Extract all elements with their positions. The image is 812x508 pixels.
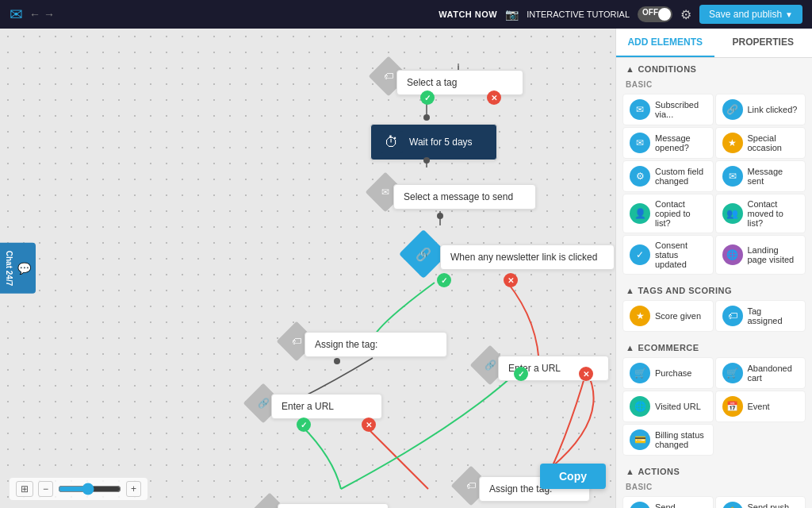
condition-contact-moved[interactable]: 👥 Contact moved to list? — [715, 194, 806, 233]
enter-url2-icon: 🔗 — [485, 360, 496, 371]
actions-grid: ✉ Send message 🔔 Send push notification … — [616, 495, 812, 508]
condition-contact-copied[interactable]: 👤 Contact copied to list? — [622, 194, 714, 233]
contact-moved-label: Contact moved to list? — [748, 199, 799, 228]
condition-billing-status[interactable]: 💳 Billing status changed — [622, 424, 714, 456]
conditions-label: CONDITIONS — [638, 64, 696, 74]
actions-header[interactable]: ▲ ACTIONS — [616, 460, 812, 479]
camera-icon: 📷 — [505, 8, 519, 21]
abandoned-cart-icon: 🛒 — [722, 363, 743, 383]
condition-purchase[interactable]: 🛒 Purchase — [622, 357, 714, 389]
event-label: Event — [748, 402, 770, 411]
action-send-push[interactable]: 🔔 Send push notification — [715, 496, 806, 508]
condition-score-given[interactable]: ★ Score given — [622, 300, 714, 332]
subscribed-label: Subscribed via... — [655, 100, 707, 119]
tab-properties[interactable]: PROPERTIES — [714, 29, 813, 57]
tags-arrow-icon: ▲ — [626, 286, 634, 295]
save-label: Save and publish — [709, 9, 782, 20]
condition-abandoned-cart[interactable]: 🛒 Abandoned cart — [715, 357, 806, 389]
actions-basic-subsection: BASIC — [616, 479, 812, 495]
copy-button[interactable]: Copy — [540, 464, 606, 489]
connector-dot-4 — [334, 358, 340, 364]
condition-tag-assigned[interactable]: 🏷 Tag assigned — [715, 300, 806, 332]
consent-status-label: Consent status updated — [655, 241, 707, 269]
message-sent-icon: ✉ — [722, 166, 743, 187]
custom-field-icon: ⚙ — [630, 166, 650, 187]
conditions-header[interactable]: ▲ CONDITIONS — [616, 58, 812, 77]
select-tag-success-badge: ✓ — [420, 90, 435, 105]
assign-tag1-node[interactable]: Assign the tag: — [304, 332, 447, 357]
select-tag-fail-badge: ✕ — [487, 90, 501, 105]
enter-url1-node[interactable]: Enter a URL — [271, 394, 382, 419]
abandoned-cart-label: Abandoned cart — [748, 364, 799, 383]
actions-arrow-icon: ▲ — [626, 467, 634, 476]
tag-icon: 🏷 — [384, 71, 393, 82]
condition-landing-page[interactable]: 🌐 Landing page visited — [715, 235, 806, 275]
score-given-icon: ★ — [630, 306, 650, 326]
tags-header[interactable]: ▲ TAGS AND SCORING — [616, 279, 812, 298]
conditions-grid: ✉ Subscribed via... 🔗 Link clicked? ✉ Me… — [616, 92, 812, 279]
send-message-label: Send message — [655, 502, 707, 508]
back-button[interactable]: ← — [29, 8, 40, 21]
main-layout: 💬 Chat 24/7 — [0, 29, 812, 508]
forward-button[interactable]: → — [44, 8, 55, 21]
newsletter-node[interactable]: When any newsletter link is clicked — [440, 244, 615, 270]
enter-url2-success-badge: ✓ — [514, 367, 528, 381]
enter-url1-success-badge: ✓ — [297, 418, 311, 432]
watch-now-link[interactable]: WATCH NOW — [439, 10, 497, 19]
special-occasion-icon: ★ — [722, 133, 743, 153]
tags-grid: ★ Score given 🏷 Tag assigned — [616, 298, 812, 337]
condition-custom-field[interactable]: ⚙ Custom field changed — [622, 160, 714, 192]
link-clicked-label: Link clicked? — [748, 105, 798, 114]
chat-tab-label: Chat 24/7 — [5, 251, 13, 286]
tutorial-toggle[interactable]: OFF — [638, 6, 672, 22]
contact-moved-icon: 👥 — [722, 203, 743, 224]
condition-visited-url[interactable]: 🌐 Visited URL — [622, 391, 714, 422]
message-opened-label: Message opened? — [655, 133, 707, 152]
zoom-in-button[interactable]: + — [126, 481, 141, 497]
actions-label: ACTIONS — [638, 467, 680, 476]
condition-special-occasion[interactable]: ★ Special occasion — [715, 127, 806, 159]
fit-view-button[interactable]: ⊞ — [16, 481, 33, 497]
newsletter-label: When any newsletter link is clicked — [450, 252, 597, 263]
conditions-arrow-icon: ▲ — [626, 64, 634, 74]
contact-copied-icon: 👤 — [630, 203, 650, 224]
zoom-out-button[interactable]: − — [38, 481, 53, 497]
ecommerce-header[interactable]: ▲ ECOMMERCE — [616, 337, 812, 356]
chat-icon: 💬 — [18, 262, 31, 275]
assign-tag3-node[interactable]: Assign the tag: — [278, 503, 389, 508]
settings-icon[interactable]: ⚙ — [680, 7, 691, 22]
zoom-slider[interactable] — [58, 483, 121, 495]
nav-buttons: ← → — [29, 8, 55, 21]
workflow-canvas[interactable]: 💬 Chat 24/7 — [0, 29, 615, 508]
save-publish-button[interactable]: Save and publish ▼ — [699, 5, 802, 24]
condition-consent-status[interactable]: ✓ Consent status updated — [622, 235, 714, 275]
billing-status-icon: 💳 — [630, 429, 650, 450]
purchase-icon: 🛒 — [630, 363, 650, 383]
select-tag-node[interactable]: Select a tag — [396, 70, 523, 95]
action-send-message[interactable]: ✉ Send message — [622, 496, 714, 508]
enter-url1-icon: 🔗 — [258, 398, 270, 409]
visited-url-label: Visited URL — [655, 402, 701, 411]
ecommerce-arrow-icon: ▲ — [626, 343, 634, 352]
message-icon: ✉ — [381, 187, 389, 198]
tab-add-elements[interactable]: ADD ELEMENTS — [616, 29, 714, 57]
condition-message-opened[interactable]: ✉ Message opened? — [622, 127, 714, 159]
subscribed-icon: ✉ — [630, 99, 650, 120]
ecommerce-label: ECOMMERCE — [638, 343, 699, 352]
tag-assigned-label: Tag assigned — [748, 306, 799, 325]
event-icon: 📅 — [722, 396, 743, 417]
chat-tab[interactable]: 💬 Chat 24/7 — [0, 243, 36, 294]
landing-page-label: Landing page visited — [748, 245, 799, 264]
condition-link-clicked[interactable]: 🔗 Link clicked? — [715, 94, 806, 125]
wait-node[interactable]: ⏱ Wait for 5 days — [370, 124, 497, 160]
condition-subscribed[interactable]: ✉ Subscribed via... — [622, 94, 714, 125]
visited-url-icon: 🌐 — [630, 396, 650, 417]
special-occasion-label: Special occasion — [748, 133, 799, 152]
ecommerce-grid: 🛒 Purchase 🛒 Abandoned cart 🌐 Visited UR… — [616, 356, 812, 460]
newsletter-success-badge: ✓ — [437, 273, 451, 287]
dropdown-arrow-icon: ▼ — [785, 10, 793, 19]
select-message-node[interactable]: Select a message to send — [393, 184, 536, 210]
condition-event[interactable]: 📅 Event — [715, 391, 806, 422]
condition-message-sent[interactable]: ✉ Message sent — [715, 160, 806, 192]
connector-dot-3 — [437, 213, 443, 219]
